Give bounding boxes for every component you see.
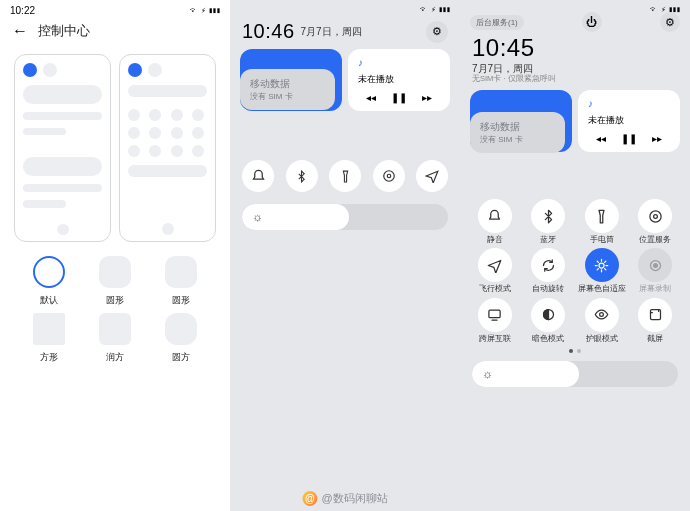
toggle-plane[interactable]: 飞行模式: [470, 248, 520, 293]
mobile-data-tile[interactable]: 移动数据 没有 SIM 卡: [240, 69, 335, 110]
shape-square[interactable]: 方形: [18, 313, 80, 364]
page-title: 控制中心: [38, 22, 90, 40]
settings-button[interactable]: ⚙: [426, 21, 448, 43]
toggle-dark[interactable]: 暗色模式: [524, 298, 574, 343]
toggle-bell[interactable]: 静音: [470, 199, 520, 244]
statusbar: 10:22 ᯤ ⚡ ▮▮▮: [0, 0, 230, 16]
toggle-label: 跨屏互联: [479, 335, 511, 343]
shape-default[interactable]: 默认: [18, 256, 80, 307]
bg-service-badge[interactable]: 后台服务(1): [470, 15, 524, 30]
bell-icon: [478, 199, 512, 233]
mobile-data-sub: 没有 SIM 卡: [250, 91, 293, 102]
music-note-icon: ♪: [358, 57, 440, 67]
toggle-bt[interactable]: [286, 160, 318, 192]
sun-icon: ☼: [252, 210, 263, 224]
layout-previews: [0, 42, 230, 242]
toggle-label: 飞行模式: [479, 285, 511, 293]
toggle-rotate[interactable]: 自动旋转: [524, 248, 574, 293]
power-button[interactable]: ⏻: [582, 12, 602, 32]
toggle-label: 屏幕色自适应: [578, 285, 626, 293]
toggle-loc[interactable]: 位置服务: [631, 199, 681, 244]
toggle-label: 暗色模式: [532, 335, 564, 343]
torch-icon: [585, 199, 619, 233]
dark-icon: [531, 298, 565, 332]
media-title: 未在播放: [358, 73, 440, 86]
clock-date: 7月7日，周四: [301, 25, 362, 39]
control-center-compact: ᯤ ⚡ ▮▮▮ 10:46 7月7日，周四 ⚙ WLAN › ♪ 未在播放 ◂◂: [230, 0, 460, 511]
toggle-label: 位置服务: [639, 236, 671, 244]
svg-point-5: [650, 210, 661, 221]
rotate-icon: [531, 248, 565, 282]
power-icon: ⏻: [586, 16, 597, 28]
clock-time: 10:46: [242, 20, 295, 43]
panel-style-settings: 10:22 ᯤ ⚡ ▮▮▮ ← 控制中心: [0, 0, 230, 511]
preview-classic[interactable]: [14, 54, 111, 242]
mobile-data-label: 移动数据: [480, 120, 520, 134]
toggle-label: 截屏: [647, 335, 663, 343]
toggle-torch[interactable]: 手电筒: [577, 199, 627, 244]
shape-options: 默认 圆形 圆形 方形 润方 圆方: [0, 242, 230, 364]
brightness-slider[interactable]: ☼: [472, 361, 678, 387]
music-note-icon: ♪: [588, 98, 670, 108]
status-time: 10:22: [10, 5, 35, 16]
toggle-shot[interactable]: 截屏: [631, 298, 681, 343]
status-icons: ᯤ ⚡ ▮▮▮: [420, 5, 450, 14]
media-next-button[interactable]: ▸▸: [422, 92, 432, 103]
no-sim-text: 无SIM卡 · 仅限紧急呼叫: [460, 74, 690, 84]
toggle-label: 自动旋转: [532, 285, 564, 293]
eye-icon: [585, 298, 619, 332]
media-play-button[interactable]: ❚❚: [391, 92, 407, 103]
toggle-eye[interactable]: 护眼模式: [577, 298, 627, 343]
statusbar: ᯤ ⚡ ▮▮▮: [230, 0, 460, 14]
media-prev-button[interactable]: ◂◂: [596, 133, 606, 144]
weibo-icon: @: [302, 491, 317, 506]
toggle-label: 蓝牙: [540, 236, 556, 244]
loc-icon: [638, 199, 672, 233]
quick-toggles: [230, 154, 460, 198]
toggle-loc[interactable]: [373, 160, 405, 192]
quick-toggles-grid: 静音蓝牙手电筒位置服务飞行模式自动旋转屏幕色自适应屏幕录制跨屏互联暗色模式护眼模…: [460, 193, 690, 349]
shape-round[interactable]: 圆形: [150, 256, 212, 307]
toggle-mute[interactable]: [242, 160, 274, 192]
toggle-plane[interactable]: [416, 160, 448, 192]
toggle-label: 静音: [487, 236, 503, 244]
media-tile[interactable]: ♪ 未在播放 ◂◂ ❚❚ ▸▸: [348, 49, 450, 111]
svg-point-6: [599, 263, 604, 268]
mobile-data-tile[interactable]: 移动数据 没有 SIM 卡: [470, 112, 565, 153]
svg-point-8: [653, 263, 657, 267]
bt-icon: [531, 199, 565, 233]
toggle-record[interactable]: 屏幕录制: [631, 248, 681, 293]
svg-point-2: [383, 171, 394, 182]
svg-point-4: [653, 214, 657, 218]
status-icons: ᯤ ⚡ ▮▮▮: [190, 6, 220, 15]
record-icon: [638, 248, 672, 282]
back-icon[interactable]: ←: [12, 23, 28, 39]
toggle-sun[interactable]: 屏幕色自适应: [577, 248, 627, 293]
brightness-slider[interactable]: ☼: [242, 204, 448, 230]
plane-icon: [478, 248, 512, 282]
media-prev-button[interactable]: ◂◂: [366, 92, 376, 103]
toggle-label: 手电筒: [590, 236, 614, 244]
media-next-button[interactable]: ▸▸: [652, 133, 662, 144]
shape-round-square[interactable]: 圆方: [150, 313, 212, 364]
settings-button[interactable]: ⚙: [660, 12, 680, 32]
shape-circle[interactable]: 圆形: [84, 256, 146, 307]
svg-point-1: [387, 174, 391, 178]
svg-point-11: [600, 313, 604, 317]
clock-time: 10:45: [472, 34, 535, 62]
pager-dots: [460, 349, 690, 355]
mobile-data-sub: 没有 SIM 卡: [480, 134, 523, 145]
toggle-label: 护眼模式: [586, 335, 618, 343]
preview-grid[interactable]: [119, 54, 216, 242]
toggle-torch[interactable]: [329, 160, 361, 192]
mobile-data-label: 移动数据: [250, 77, 290, 91]
shape-soft-square[interactable]: 润方: [84, 313, 146, 364]
sun-icon: ☼: [482, 367, 493, 381]
media-play-button[interactable]: ❚❚: [621, 133, 637, 144]
toggle-bt[interactable]: 蓝牙: [524, 199, 574, 244]
control-center-expanded: ᯤ ⚡ ▮▮▮ 后台服务(1) ⏻ ⚙ 10:45 7月7日，周四 无SIM卡 …: [460, 0, 690, 511]
watermark: @ @数码闲聊站: [302, 491, 387, 506]
media-tile[interactable]: ♪ 未在播放 ◂◂ ❚❚ ▸▸: [578, 90, 680, 152]
gear-icon: ⚙: [432, 25, 442, 38]
toggle-cast[interactable]: 跨屏互联: [470, 298, 520, 343]
